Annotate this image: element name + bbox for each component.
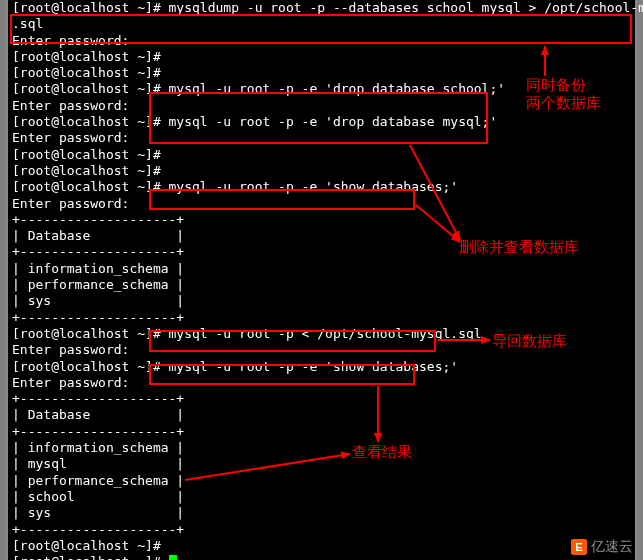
cursor-block [169, 555, 177, 560]
table2-row-performance-schema: | performance_schema | [8, 473, 635, 489]
enter-password-4: Enter password: [8, 196, 635, 212]
cmd-show-db-2: [root@localhost ~]# mysql -u root -p -e … [8, 359, 635, 375]
cmd-mysqldump: [root@localhost ~]# mysqldump -u root -p… [8, 0, 635, 16]
watermark: E 亿速云 [571, 538, 633, 556]
table2-sep-top: +--------------------+ [8, 391, 635, 407]
table2-row-school: | school | [8, 489, 635, 505]
prompt-idle-1: [root@localhost ~]# [8, 49, 635, 65]
cmd-mysqldump-wrap: .sql [8, 16, 635, 32]
enter-password-1: Enter password: [8, 33, 635, 49]
table1-sep-bot: +--------------------+ [8, 310, 635, 326]
cmd-drop-mysql: [root@localhost ~]# mysql -u root -p -e … [8, 114, 635, 130]
annotation-backup: 同时备份 两个数据库 [526, 76, 601, 112]
table1-row-information-schema: | information_schema | [8, 261, 635, 277]
watermark-icon: E [571, 539, 587, 555]
enter-password-3: Enter password: [8, 130, 635, 146]
prompt-cursor[interactable]: [root@localhost ~]# [8, 554, 635, 560]
table1-row-performance-schema: | performance_schema | [8, 277, 635, 293]
cmd-show-db-1: [root@localhost ~]# mysql -u root -p -e … [8, 179, 635, 195]
table1-sep-top: +--------------------+ [8, 212, 635, 228]
enter-password-6: Enter password: [8, 375, 635, 391]
table2-sep-mid: +--------------------+ [8, 424, 635, 440]
table2-header: | Database | [8, 407, 635, 423]
table2-row-sys: | sys | [8, 505, 635, 521]
prompt-idle-3: [root@localhost ~]# [8, 147, 635, 163]
table2-row-information-schema: | information_schema | [8, 440, 635, 456]
table2-sep-bot: +--------------------+ [8, 522, 635, 538]
watermark-text: 亿速云 [591, 538, 633, 556]
screenshot-frame: [root@localhost ~]# mysqldump -u root -p… [0, 0, 643, 560]
table2-row-mysql: | mysql | [8, 456, 635, 472]
prompt-idle-5: [root@localhost ~]# [8, 538, 635, 554]
annotation-import: 导回数据库 [492, 332, 567, 350]
annotation-drop-show: 删除并查看数据库 [459, 238, 579, 256]
annotation-result: 查看结果 [352, 443, 412, 461]
prompt-idle-4: [root@localhost ~]# [8, 163, 635, 179]
table1-row-sys: | sys | [8, 293, 635, 309]
